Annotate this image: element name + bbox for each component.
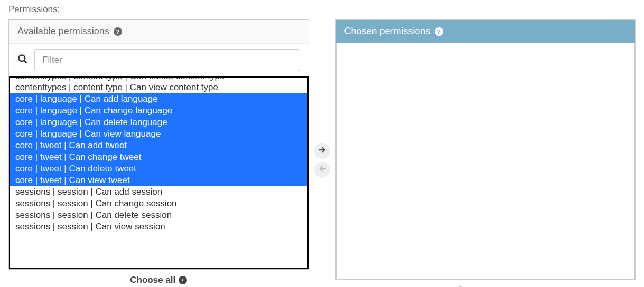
list-item[interactable]: core | tweet | Can delete tweet xyxy=(10,163,307,175)
permissions-label: Permissions: xyxy=(8,4,636,15)
available-title: Available permissions xyxy=(17,26,109,37)
chosen-column: Chosen permissions ? Remove all xyxy=(335,19,636,287)
list-item[interactable]: sessions | session | Can add session xyxy=(10,186,307,198)
chosen-panel: Chosen permissions ? xyxy=(335,19,636,280)
svg-point-0 xyxy=(19,55,25,62)
list-item[interactable]: core | language | Can view language xyxy=(10,128,307,140)
list-item[interactable]: core | tweet | Can change tweet xyxy=(10,151,307,163)
list-item[interactable]: core | tweet | Can view tweet xyxy=(10,175,307,186)
list-item[interactable]: sessions | session | Can delete session xyxy=(10,209,307,221)
remove-all-link[interactable]: Remove all xyxy=(335,280,636,287)
list-item[interactable]: core | language | Can add language xyxy=(10,93,307,105)
list-item[interactable]: core | tweet | Can add tweet xyxy=(10,140,307,151)
available-column: Available permissions ? contenttypes | c… xyxy=(8,19,309,287)
arrow-right-icon xyxy=(318,145,327,156)
remove-button[interactable] xyxy=(314,162,330,178)
list-item[interactable]: contenttypes | content type | Can delete… xyxy=(10,78,307,82)
list-item[interactable]: core | language | Can change language xyxy=(10,105,307,117)
choose-all-label: Choose all xyxy=(130,275,175,285)
available-panel: Available permissions ? contenttypes | c… xyxy=(8,19,309,270)
chosen-title: Chosen permissions xyxy=(344,26,431,37)
chosen-list[interactable] xyxy=(336,43,636,280)
list-item[interactable]: sessions | session | Can change session xyxy=(10,198,307,209)
help-icon[interactable]: ? xyxy=(114,27,122,36)
filter-input[interactable] xyxy=(34,49,300,71)
list-item[interactable]: sessions | session | Can view session xyxy=(10,221,307,233)
chevron-right-icon xyxy=(179,276,187,284)
search-icon xyxy=(17,54,28,66)
filter-row xyxy=(9,44,309,76)
list-item[interactable]: contenttypes | content type | Can view c… xyxy=(10,82,307,93)
chooser-buttons xyxy=(314,143,330,178)
add-button[interactable] xyxy=(314,143,330,159)
available-header: Available permissions ? xyxy=(9,20,309,44)
permissions-widget: Available permissions ? contenttypes | c… xyxy=(8,19,636,287)
help-icon[interactable]: ? xyxy=(435,27,443,36)
available-list[interactable]: contenttypes | content type | Can delete… xyxy=(9,76,309,269)
list-item[interactable]: core | language | Can delete language xyxy=(10,117,307,128)
arrow-left-icon xyxy=(318,164,327,175)
chosen-header: Chosen permissions ? xyxy=(336,20,636,43)
choose-all-link[interactable]: Choose all xyxy=(8,270,309,287)
svg-line-1 xyxy=(24,61,27,63)
